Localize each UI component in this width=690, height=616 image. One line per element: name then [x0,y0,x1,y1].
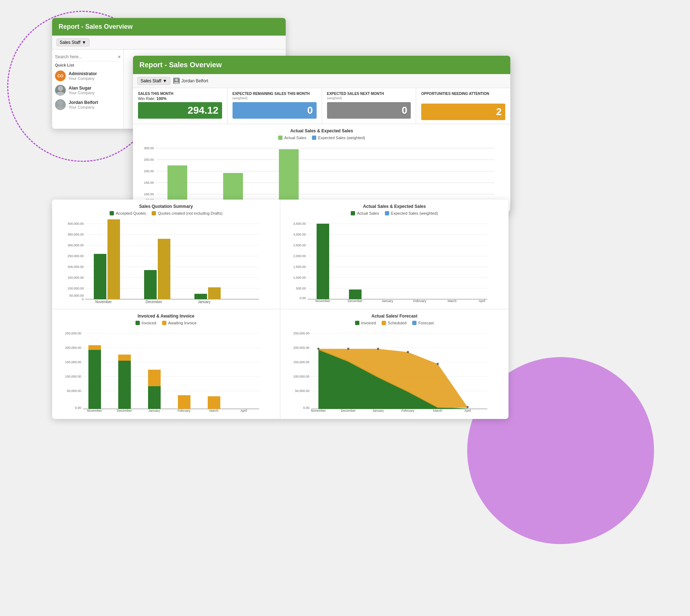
svg-text:50,000.00: 50,000.00 [295,389,309,393]
chart-sq-legend: Accepted Quotes Quotes created (not incl… [58,211,274,215]
bottom-charts-panel: Sales Quotation Summary Accepted Quotes … [52,200,509,419]
search-input[interactable] [55,54,105,59]
back-panel-title: Report - Sales Overview [59,23,279,31]
legend-ae-expected: Expected Sales (weighted) [385,211,438,215]
legend-fc-scheduled: Scheduled [382,321,406,325]
svg-text:50,000.00: 50,000.00 [67,389,81,393]
svg-text:January: January [372,409,384,412]
svg-text:0.00: 0.00 [299,296,306,300]
person-company-administrator: Your Company [69,76,97,81]
svg-text:December: December [348,299,363,303]
svg-rect-92 [148,386,161,409]
svg-text:December: December [117,409,132,412]
svg-rect-91 [118,355,131,361]
kpi-sub-3: (weighted) [327,96,411,100]
person-item-alan-sugar[interactable]: Alan Sugar Your Company [52,83,124,97]
chart-inv-legend: Invoiced Awaiting Invoice [58,321,274,325]
person-name-jordan-belfort: Jordan Belfort [69,100,98,105]
front-panel-title: Report - Sales Overview [139,61,504,69]
svg-text:March: March [433,409,442,412]
svg-rect-43 [94,254,106,299]
svg-rect-47 [194,294,207,299]
person-name-alan-sugar: Alan Sugar [69,86,95,91]
legend-sq-accepted: Accepted Quotes [110,211,146,215]
svg-text:400,000.00: 400,000.00 [68,222,84,225]
legend-dot-expected [312,136,316,140]
chart-sales-quotation: Sales Quotation Summary Accepted Quotes … [52,200,280,309]
chart-fc-legend: Invoiced Scheduled Forecast [286,321,503,325]
svg-text:200,000.00: 200,000.00 [65,346,81,350]
svg-rect-94 [178,395,190,409]
svg-rect-93 [148,370,161,386]
front-chart-area: Actual Sales & Expected Sales Actual Sal… [133,124,510,212]
legend-fc-invoiced: Invoiced [355,321,376,325]
svg-rect-88 [88,350,101,409]
chart-sq-svg: 400,000.00 350,000.00 300,000.00 250,000… [58,218,266,305]
legend-inv-invoiced: Invoiced [135,321,156,325]
svg-text:200,000.00: 200,000.00 [68,265,84,269]
front-chart-title: Actual Sales & Expected Sales [139,128,505,133]
svg-point-5 [174,82,179,84]
chart-sq-title: Sales Quotation Summary [58,204,274,209]
svg-point-4 [175,78,178,81]
svg-rect-95 [208,396,220,409]
svg-text:April: April [479,299,485,303]
kpi-title-1: SALES THIS MONTH [138,92,222,96]
svg-text:300,000.00: 300,000.00 [68,243,84,247]
chart-inv-svg: 250,000.00 200,000.00 150,000.00 100,000… [58,328,266,414]
svg-text:150,000.00: 150,000.00 [68,276,84,279]
svg-point-123 [466,406,469,408]
front-chart-legend: Actual Sales Expected Sales (weighted) [139,136,505,140]
svg-point-0 [58,86,63,91]
kpi-value-2: 0 [233,102,317,119]
svg-point-2 [58,100,63,105]
legend-inv-awaiting: Awaiting Invoice [162,321,197,325]
sales-staff-filter-button[interactable]: Sales Staff ▼ [56,38,89,46]
svg-text:1,500.00: 1,500.00 [293,265,306,269]
back-panel-header: Report - Sales Overview [52,18,286,36]
svg-point-3 [56,106,65,110]
svg-text:November: November [95,300,112,304]
svg-text:0.00: 0.00 [303,406,309,410]
svg-rect-89 [88,345,101,350]
svg-text:150.00: 150.00 [144,181,154,184]
svg-point-118 [317,348,319,350]
kpi-value-3: 0 [327,102,411,119]
kpi-title-3: EXPECTED SALES NEXT MONTH [327,92,411,96]
svg-text:March: March [209,409,218,412]
person-item-administrator[interactable]: CO Administrator Your Company [52,69,124,83]
svg-text:January: January [198,300,211,304]
front-panel-header: Report - Sales Overview [133,56,510,74]
svg-rect-46 [158,239,170,299]
bar-nov-actual [167,165,187,204]
front-panel-toolbar: Sales Staff ▼ Jordan Belfort [133,74,510,88]
svg-text:150,000.00: 150,000.00 [65,360,81,364]
svg-text:November: November [87,409,102,412]
svg-text:250,000.00: 250,000.00 [68,254,84,258]
svg-text:January: January [382,299,394,303]
svg-text:February: February [401,409,415,412]
svg-text:January: January [148,409,160,412]
chart-fc-title: Actual Sales/ Forecast [286,314,503,319]
svg-text:300.00: 300.00 [144,146,154,150]
person-list-pane: × Quick List CO Administrator Your Compa… [52,50,124,129]
svg-text:350,000.00: 350,000.00 [68,233,84,236]
person-item-jordan-belfort[interactable]: Jordan Belfort Your Company [52,97,124,112]
svg-text:100.00: 100.00 [144,192,154,196]
svg-text:April: April [240,409,247,412]
front-sales-staff-filter[interactable]: Sales Staff ▼ [137,77,170,85]
svg-rect-90 [118,361,131,409]
svg-rect-48 [208,287,221,299]
svg-text:100,000.00: 100,000.00 [293,375,309,378]
svg-text:3,000.00: 3,000.00 [293,233,306,236]
svg-point-119 [347,348,349,350]
legend-ae-actual: Actual Sales [351,211,379,215]
win-rate: Win Rate: 100% [138,96,222,101]
close-icon[interactable]: × [118,54,121,60]
svg-rect-69 [349,289,362,299]
legend-sq-created: Quotes created (not including Drafts) [152,211,222,215]
kpi-value-1: 294.12 [138,102,222,119]
kpi-title-2: EXPECTED REMAINING SALES THIS MONTH [233,92,317,96]
svg-text:50,000.00: 50,000.00 [69,294,84,297]
svg-text:March: March [447,299,456,303]
